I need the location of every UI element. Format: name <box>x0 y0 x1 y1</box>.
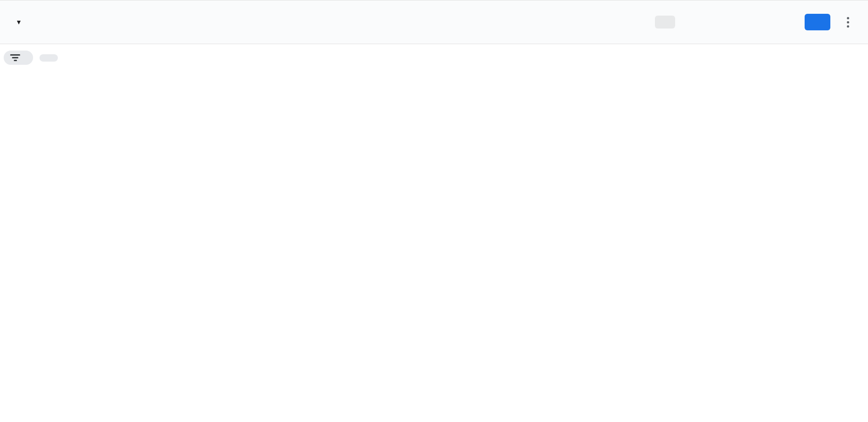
chart-type-selector[interactable]: ▼ <box>11 18 22 26</box>
interval-chip[interactable] <box>39 54 58 62</box>
time-range-1w[interactable] <box>716 16 736 29</box>
chart-toolbar: ▼ <box>0 0 868 44</box>
time-range-6w[interactable] <box>756 16 776 29</box>
overflow-menu-button[interactable] <box>839 13 857 31</box>
time-range-1h[interactable] <box>655 16 675 29</box>
time-range-6h[interactable] <box>675 16 695 29</box>
filter-chip[interactable] <box>4 51 33 65</box>
time-range-1d[interactable] <box>695 16 716 29</box>
filter-icon <box>10 54 20 61</box>
time-range-1m[interactable] <box>736 16 756 29</box>
chart-svg <box>0 70 868 420</box>
time-range-selector <box>655 16 796 29</box>
time-range-custom[interactable] <box>776 16 796 29</box>
more-vert-icon <box>847 17 849 28</box>
chip-row <box>0 44 868 70</box>
toolbar-right <box>655 13 857 31</box>
save-chart-button[interactable] <box>805 14 830 30</box>
chevron-down-icon: ▼ <box>16 18 22 26</box>
line-chart[interactable] <box>0 70 868 420</box>
